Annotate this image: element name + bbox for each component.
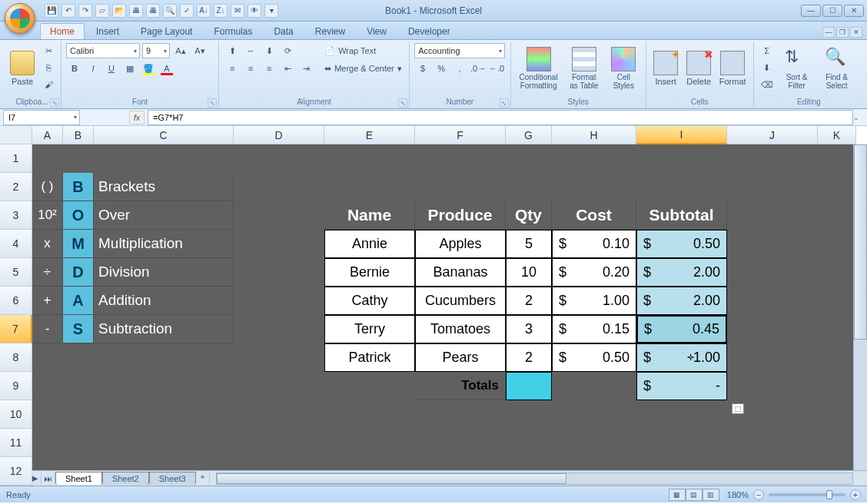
formula-expand-icon[interactable]: ⌄: [853, 114, 865, 121]
fill-color-button[interactable]: 🪣: [140, 61, 157, 76]
font-color-button[interactable]: A: [158, 61, 175, 76]
column-header-B[interactable]: B: [63, 126, 94, 144]
column-header-I[interactable]: I: [636, 126, 727, 144]
maximize-button[interactable]: ☐: [822, 5, 842, 17]
sheet-tab-3[interactable]: Sheet3: [149, 472, 196, 485]
horizontal-scrollbar[interactable]: [216, 472, 853, 485]
column-header-A[interactable]: A: [32, 126, 63, 144]
zoom-thumb[interactable]: [826, 490, 832, 499]
table-produce-4[interactable]: Apples: [415, 230, 506, 258]
worksheet-grid[interactable]: ABCDEFGHIJK 123456789101112 ( )BBrackets…: [0, 126, 867, 470]
tab-formulas[interactable]: Formulas: [204, 23, 262, 39]
row-header-7[interactable]: 7: [0, 315, 32, 343]
border-button[interactable]: ▦: [121, 61, 138, 76]
bomdas-word-7[interactable]: Subtraction: [94, 315, 234, 343]
qat-new-icon[interactable]: ▱: [95, 4, 109, 18]
wrap-text-button[interactable]: 📄Wrap Text: [322, 43, 414, 58]
sheet-nav-last-icon[interactable]: ⏭: [42, 472, 55, 485]
autofill-options-icon[interactable]: ⬚: [732, 403, 744, 414]
row-header-8[interactable]: 8: [0, 343, 32, 372]
qat-eye-icon[interactable]: 👁: [247, 4, 261, 18]
row-header-4[interactable]: 4: [0, 230, 32, 258]
qat-save-icon[interactable]: 💾: [45, 4, 58, 18]
align-middle-icon[interactable]: ↔: [242, 43, 259, 58]
mdi-close[interactable]: ✕: [850, 27, 862, 38]
bomdas-word-3[interactable]: Over: [94, 201, 234, 230]
table-name-5[interactable]: Bernie: [324, 258, 415, 287]
column-header-J[interactable]: J: [727, 126, 818, 144]
font-name-combo[interactable]: Calibri: [66, 43, 140, 58]
row-header-9[interactable]: 9: [0, 372, 32, 400]
qat-more-icon[interactable]: ▾: [264, 4, 278, 18]
tab-data[interactable]: Data: [264, 23, 303, 39]
zoom-out-button[interactable]: −: [753, 489, 764, 500]
totals-subtotal[interactable]: $-: [636, 372, 727, 400]
table-name-7[interactable]: Terry: [324, 315, 415, 343]
accounting-format-icon[interactable]: $: [414, 61, 431, 76]
table-header-qty[interactable]: Qty: [506, 201, 552, 230]
hscroll-thumb[interactable]: [217, 473, 566, 484]
comma-format-icon[interactable]: ,: [451, 61, 468, 76]
format-cells-button[interactable]: Format: [717, 43, 749, 94]
cell-styles-button[interactable]: Cell Styles: [606, 43, 641, 94]
table-produce-7[interactable]: Tomatoes: [415, 315, 506, 343]
tab-home[interactable]: Home: [40, 23, 85, 39]
bomdas-word-2[interactable]: Brackets: [94, 173, 234, 201]
clear-icon[interactable]: ⌫: [759, 77, 776, 92]
row-header-6[interactable]: 6: [0, 287, 32, 315]
totals-label[interactable]: Totals: [415, 372, 506, 400]
format-painter-icon[interactable]: 🖌: [40, 77, 57, 92]
percent-format-icon[interactable]: %: [433, 61, 450, 76]
bomdas-symbol-5[interactable]: ÷: [32, 258, 63, 287]
font-launcher[interactable]: ⤡: [208, 98, 217, 108]
table-produce-5[interactable]: Bananas: [415, 258, 506, 287]
bomdas-letter-7[interactable]: S: [63, 315, 94, 343]
table-header-cost[interactable]: Cost: [552, 201, 636, 230]
table-qty-8[interactable]: 2: [506, 343, 552, 372]
table-cost-7[interactable]: $0.15: [552, 315, 636, 343]
merge-center-button[interactable]: ⬌Merge & Center ▾: [322, 61, 414, 76]
fx-button[interactable]: fx: [129, 111, 144, 124]
paste-button[interactable]: Paste: [8, 43, 37, 94]
bomdas-symbol-2[interactable]: ( ): [32, 173, 63, 201]
name-box[interactable]: I7: [3, 110, 80, 125]
minimize-button[interactable]: —: [801, 5, 821, 17]
insert-cells-button[interactable]: ✦ Insert: [651, 43, 681, 94]
table-cost-6[interactable]: $1.00: [552, 287, 636, 315]
tab-developer[interactable]: Developer: [398, 23, 460, 39]
table-header-name[interactable]: Name: [324, 201, 415, 230]
sheet-tab-2[interactable]: Sheet2: [102, 472, 149, 485]
table-subtotal-5[interactable]: $2.00: [636, 258, 727, 287]
font-size-combo[interactable]: 9: [142, 43, 170, 58]
orientation-icon[interactable]: ⟳: [279, 43, 296, 58]
qat-undo-icon[interactable]: ↶: [61, 4, 75, 18]
underline-button[interactable]: U: [103, 61, 120, 76]
qat-print-icon[interactable]: 🖶: [129, 4, 143, 18]
table-name-8[interactable]: Patrick: [324, 343, 415, 372]
vertical-scrollbar[interactable]: [853, 144, 867, 470]
office-button[interactable]: [5, 3, 35, 34]
bomdas-symbol-6[interactable]: +: [32, 287, 63, 315]
align-left-icon[interactable]: ≡: [224, 61, 241, 76]
bomdas-letter-6[interactable]: A: [63, 287, 94, 315]
row-header-3[interactable]: 3: [0, 201, 32, 230]
decrease-decimal-icon[interactable]: ←.0: [488, 61, 505, 76]
vscroll-thumb[interactable]: [854, 144, 867, 340]
bomdas-letter-3[interactable]: O: [63, 201, 94, 230]
page-break-view-icon[interactable]: ▥: [703, 489, 719, 501]
conditional-formatting-button[interactable]: Conditional Formatting: [516, 43, 562, 94]
alignment-launcher[interactable]: ⤡: [398, 98, 407, 108]
bomdas-letter-4[interactable]: M: [63, 230, 94, 258]
sheet-tab-1[interactable]: Sheet1: [55, 472, 102, 485]
row-header-11[interactable]: 11: [0, 429, 32, 457]
indent-decrease-icon[interactable]: ⇤: [279, 61, 296, 76]
table-cost-8[interactable]: $0.50: [552, 343, 636, 372]
format-as-table-button[interactable]: Format as Table: [565, 43, 603, 94]
normal-view-icon[interactable]: ▦: [669, 489, 686, 501]
select-all-corner[interactable]: [0, 126, 32, 144]
table-subtotal-8[interactable]: $1.00✛: [636, 343, 727, 372]
align-center-icon[interactable]: ≡: [242, 61, 259, 76]
column-header-C[interactable]: C: [94, 126, 234, 144]
qat-open-icon[interactable]: 📂: [112, 4, 126, 18]
table-header-produce[interactable]: Produce: [415, 201, 506, 230]
